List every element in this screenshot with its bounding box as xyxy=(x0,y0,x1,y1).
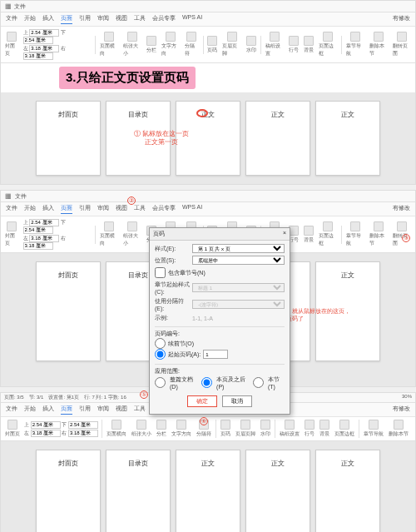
wps-window-1: ▦ 文件 文件 开始 插入 页面 引用 审阅 视图 工具 会员专享 WPS AI… xyxy=(0,0,416,185)
menu-tools[interactable]: 工具 xyxy=(134,14,146,24)
startat-input[interactable] xyxy=(203,350,228,359)
wps-window-2: ▦ 文件 文件 开始 插入 页面 引用 审阅 视图 工具 会员专享 WPS AI… xyxy=(0,190,416,387)
rb-pagenum: 页码 xyxy=(206,36,218,54)
rb-water: 水印 xyxy=(245,36,257,54)
app-icon: ▦ xyxy=(4,2,12,11)
rb-border: 页面边框 xyxy=(318,32,338,57)
apply-whole-radio[interactable] xyxy=(155,377,166,388)
page-toc[interactable]: 目录页 xyxy=(106,450,171,532)
menu-wpsai[interactable]: WPS AI xyxy=(182,14,202,24)
red-3: ③ xyxy=(402,234,410,242)
titlebar: ▦ 文件 xyxy=(1,1,415,12)
rb-cover: 封面页 xyxy=(4,32,20,57)
rb-textdir: 文字方向 xyxy=(161,32,181,57)
menu-share[interactable]: 有修改 xyxy=(393,14,410,24)
rb-size: 纸张大小 xyxy=(122,32,142,57)
menu-review[interactable]: 审阅 xyxy=(97,14,109,24)
rb-nav: 章节导航 xyxy=(345,32,365,57)
ok-button[interactable]: 确定 xyxy=(187,395,217,407)
rb-del: 删除本节 xyxy=(369,32,389,57)
close-icon[interactable]: × xyxy=(283,230,286,238)
page-body-3[interactable]: 正文 xyxy=(315,101,380,176)
page-body-2[interactable]: 正文 xyxy=(245,101,310,176)
rb-bg: 背景 xyxy=(303,36,314,54)
ribbon: 封面页 上 下 左 右 页面横向 纸张大小 分栏 文字方向 分隔符 页码 页眉页… xyxy=(1,27,415,63)
menu-file[interactable]: 文件 xyxy=(6,14,17,24)
page-body-2[interactable]: 正文 xyxy=(245,450,310,532)
page-cover[interactable]: 封面页 xyxy=(36,450,101,532)
document-canvas-1: 封面页 目录页 正文 正文 正文 ① 鼠标放在这一页 正文第一页 xyxy=(1,92,415,184)
menu-vip[interactable]: 会员专享 xyxy=(152,14,176,24)
menu-start[interactable]: 开始 xyxy=(24,14,36,24)
startat-radio[interactable] xyxy=(155,349,166,360)
titlebar-2: ▦ 文件 xyxy=(1,191,415,202)
menubar-2: 文件 开始 插入 页面 引用 审阅 视图 工具 会员专享 WPS AI 有修改 xyxy=(1,202,415,216)
red-5: ⑤ xyxy=(140,390,148,399)
continue-radio[interactable] xyxy=(155,338,166,349)
apply-from-radio[interactable] xyxy=(201,377,212,388)
rb-line: 行号 xyxy=(288,36,300,54)
page-body-1[interactable]: 正文 xyxy=(176,450,240,532)
app-icon: ▦ xyxy=(4,192,12,201)
apply-section-radio[interactable] xyxy=(253,377,264,388)
annotation-1: ① 鼠标放在这一页 正文第一页 xyxy=(134,130,189,147)
cancel-button[interactable]: 取消 xyxy=(222,395,252,407)
pos-select[interactable]: 底端居中 xyxy=(192,256,285,265)
menu-page-hl[interactable]: 页面 xyxy=(61,204,72,214)
chapter-checkbox[interactable] xyxy=(155,267,166,278)
rb-col: 分栏 xyxy=(146,36,157,54)
style-select[interactable]: 第 1 页 共 x 页 xyxy=(192,244,285,253)
document-canvas-3: 封面页 目录页 正文 正文 正文 没有页码 有页码 xyxy=(1,441,415,532)
red-6: ⑥ xyxy=(200,417,208,425)
page-cover[interactable]: 封面页 xyxy=(36,101,101,176)
dialog-titlebar[interactable]: 页码 × xyxy=(150,228,290,241)
ribbon-3: 封面页 上 下 左 右 页面横向 纸张大小 分栏 文字方向 分隔符 页码 页眉页… xyxy=(1,417,415,441)
rb-flip: 翻转页面 xyxy=(392,32,412,57)
rb-header: 页眉页脚 xyxy=(221,32,241,57)
menu-insert[interactable]: 插入 xyxy=(42,14,54,24)
rb-orient: 页面横向 xyxy=(99,32,119,57)
page-number-dialog: 页码 × 样式(E):第 1 页 共 x 页 位置(S):底端居中 包含章节号(… xyxy=(149,227,290,415)
rb-margins[interactable]: 上 下 左 右 xyxy=(23,29,92,60)
red-2: ② xyxy=(127,196,136,205)
rb-paper: 稿纸设置 xyxy=(265,32,285,57)
menubar: 文件 开始 插入 页面 引用 审阅 视图 工具 会员专享 WPS AI 有修改 xyxy=(1,12,415,27)
menu-page[interactable]: 页面 xyxy=(61,14,72,24)
menu-ref[interactable]: 引用 xyxy=(79,14,91,24)
menu-view[interactable]: 视图 xyxy=(116,14,127,24)
page-body-3[interactable]: 正文 xyxy=(315,450,380,532)
dialog-title: 页码 xyxy=(153,230,165,238)
doc-tab[interactable]: 文件 xyxy=(14,2,26,11)
step-banner: 3.只给正文页设置页码 xyxy=(59,67,196,89)
page-cover[interactable]: 封面页 xyxy=(36,261,101,361)
rb-break: 分隔符 xyxy=(184,32,200,57)
